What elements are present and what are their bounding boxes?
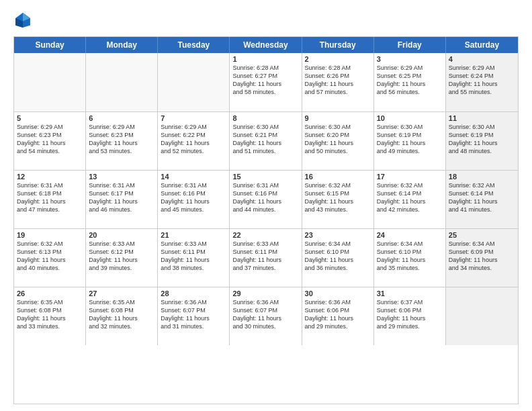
day-number: 8	[232, 114, 298, 122]
day-number: 10	[377, 114, 443, 122]
day-cell-17: 17Sunrise: 6:32 AMSunset: 6:14 PMDayligh…	[374, 171, 446, 228]
cell-info: Sunrise: 6:28 AMSunset: 6:27 PMDaylight:…	[232, 64, 298, 97]
cell-info: Sunrise: 6:29 AMSunset: 6:22 PMDaylight:…	[161, 123, 226, 156]
calendar-row-1: 5Sunrise: 6:29 AMSunset: 6:23 PMDaylight…	[14, 111, 518, 170]
day-number: 18	[449, 173, 515, 181]
cell-info: Sunrise: 6:33 AMSunset: 6:11 PMDaylight:…	[161, 240, 226, 273]
day-cell-19: 19Sunrise: 6:32 AMSunset: 6:13 PMDayligh…	[14, 229, 86, 287]
cell-info: Sunrise: 6:32 AMSunset: 6:14 PMDaylight:…	[449, 181, 515, 214]
day-number: 4	[449, 55, 515, 63]
day-number: 31	[377, 289, 443, 298]
day-cell-23: 23Sunrise: 6:34 AMSunset: 6:10 PMDayligh…	[302, 229, 374, 287]
day-number: 28	[161, 289, 226, 298]
day-number: 12	[17, 173, 83, 181]
day-number: 17	[377, 173, 443, 181]
calendar: SundayMondayTuesdayWednesdayThursdayFrid…	[13, 36, 519, 404]
day-number: 15	[232, 173, 298, 181]
day-number: 1	[232, 55, 298, 63]
cell-info: Sunrise: 6:31 AMSunset: 6:18 PMDaylight:…	[17, 181, 83, 214]
day-cell-30: 30Sunrise: 6:36 AMSunset: 6:06 PMDayligh…	[302, 287, 374, 345]
day-cell-9: 9Sunrise: 6:30 AMSunset: 6:20 PMDaylight…	[302, 112, 374, 170]
calendar-row-0: 1Sunrise: 6:28 AMSunset: 6:27 PMDaylight…	[14, 53, 518, 111]
day-cell-empty-0-2	[158, 53, 230, 111]
cell-info: Sunrise: 6:32 AMSunset: 6:14 PMDaylight:…	[377, 181, 443, 214]
day-cell-18: 18Sunrise: 6:32 AMSunset: 6:14 PMDayligh…	[446, 171, 518, 228]
day-cell-7: 7Sunrise: 6:29 AMSunset: 6:22 PMDaylight…	[158, 112, 230, 170]
day-cell-3: 3Sunrise: 6:29 AMSunset: 6:25 PMDaylight…	[374, 53, 446, 111]
day-cell-5: 5Sunrise: 6:29 AMSunset: 6:23 PMDaylight…	[14, 112, 86, 170]
calendar-body: 1Sunrise: 6:28 AMSunset: 6:27 PMDaylight…	[14, 53, 518, 404]
day-cell-15: 15Sunrise: 6:31 AMSunset: 6:16 PMDayligh…	[230, 171, 302, 228]
day-cell-2: 2Sunrise: 6:28 AMSunset: 6:26 PMDaylight…	[302, 53, 374, 111]
day-cell-empty-0-1	[86, 53, 158, 111]
day-cell-20: 20Sunrise: 6:33 AMSunset: 6:12 PMDayligh…	[86, 229, 158, 287]
cell-info: Sunrise: 6:28 AMSunset: 6:26 PMDaylight:…	[305, 64, 371, 97]
day-number: 19	[17, 231, 83, 239]
cell-info: Sunrise: 6:34 AMSunset: 6:10 PMDaylight:…	[377, 240, 443, 273]
day-cell-8: 8Sunrise: 6:30 AMSunset: 6:21 PMDaylight…	[230, 112, 302, 170]
cell-info: Sunrise: 6:30 AMSunset: 6:21 PMDaylight:…	[232, 123, 298, 156]
day-number: 3	[377, 55, 443, 63]
day-cell-25: 25Sunrise: 6:34 AMSunset: 6:09 PMDayligh…	[446, 229, 518, 287]
calendar-row-2: 12Sunrise: 6:31 AMSunset: 6:18 PMDayligh…	[14, 170, 518, 228]
day-number: 6	[89, 114, 154, 122]
day-number: 2	[305, 55, 371, 63]
weekday-header-tuesday: Tuesday	[158, 37, 230, 53]
day-number: 14	[161, 173, 226, 181]
day-number: 27	[89, 289, 154, 298]
weekday-header-saturday: Saturday	[446, 37, 518, 53]
day-cell-16: 16Sunrise: 6:32 AMSunset: 6:15 PMDayligh…	[302, 171, 374, 228]
day-number: 9	[305, 114, 371, 122]
day-cell-12: 12Sunrise: 6:31 AMSunset: 6:18 PMDayligh…	[14, 171, 86, 228]
day-number: 21	[161, 231, 226, 239]
day-cell-27: 27Sunrise: 6:35 AMSunset: 6:08 PMDayligh…	[86, 287, 158, 345]
day-number: 7	[161, 114, 226, 122]
day-number: 20	[89, 231, 154, 239]
cell-info: Sunrise: 6:29 AMSunset: 6:24 PMDaylight:…	[449, 64, 515, 97]
day-number: 29	[232, 289, 298, 298]
cell-info: Sunrise: 6:31 AMSunset: 6:17 PMDaylight:…	[89, 181, 154, 214]
cell-info: Sunrise: 6:29 AMSunset: 6:23 PMDaylight:…	[17, 123, 83, 156]
day-number: 16	[305, 173, 371, 181]
cell-info: Sunrise: 6:31 AMSunset: 6:16 PMDaylight:…	[161, 181, 226, 214]
cell-info: Sunrise: 6:32 AMSunset: 6:15 PMDaylight:…	[305, 181, 371, 214]
day-cell-26: 26Sunrise: 6:35 AMSunset: 6:08 PMDayligh…	[14, 287, 86, 345]
cell-info: Sunrise: 6:30 AMSunset: 6:19 PMDaylight:…	[449, 123, 515, 156]
cell-info: Sunrise: 6:32 AMSunset: 6:13 PMDaylight:…	[17, 240, 83, 273]
day-cell-31: 31Sunrise: 6:37 AMSunset: 6:06 PMDayligh…	[374, 287, 446, 345]
day-number: 23	[305, 231, 371, 239]
cell-info: Sunrise: 6:34 AMSunset: 6:10 PMDaylight:…	[305, 240, 371, 273]
cell-info: Sunrise: 6:36 AMSunset: 6:07 PMDaylight:…	[232, 298, 298, 331]
day-number: 13	[89, 173, 154, 181]
cell-info: Sunrise: 6:34 AMSunset: 6:09 PMDaylight:…	[449, 240, 515, 273]
cell-info: Sunrise: 6:35 AMSunset: 6:08 PMDaylight:…	[89, 298, 154, 331]
page: SundayMondayTuesdayWednesdayThursdayFrid…	[0, 0, 532, 411]
cell-info: Sunrise: 6:31 AMSunset: 6:16 PMDaylight:…	[232, 181, 298, 214]
day-cell-28: 28Sunrise: 6:36 AMSunset: 6:07 PMDayligh…	[158, 287, 230, 345]
day-cell-29: 29Sunrise: 6:36 AMSunset: 6:07 PMDayligh…	[230, 287, 302, 345]
day-cell-empty-4-6	[446, 287, 518, 345]
cell-info: Sunrise: 6:36 AMSunset: 6:06 PMDaylight:…	[305, 298, 371, 331]
logo-icon	[13, 11, 32, 30]
day-cell-1: 1Sunrise: 6:28 AMSunset: 6:27 PMDaylight…	[230, 53, 302, 111]
cell-info: Sunrise: 6:29 AMSunset: 6:25 PMDaylight:…	[377, 64, 443, 97]
calendar-row-3: 19Sunrise: 6:32 AMSunset: 6:13 PMDayligh…	[14, 228, 518, 287]
weekday-header-friday: Friday	[374, 37, 446, 53]
cell-info: Sunrise: 6:36 AMSunset: 6:07 PMDaylight:…	[161, 298, 226, 331]
logo	[13, 11, 35, 30]
day-number: 5	[17, 114, 83, 122]
cell-info: Sunrise: 6:33 AMSunset: 6:12 PMDaylight:…	[89, 240, 154, 273]
day-number: 22	[232, 231, 298, 239]
day-cell-4: 4Sunrise: 6:29 AMSunset: 6:24 PMDaylight…	[446, 53, 518, 111]
weekday-header-sunday: Sunday	[14, 37, 86, 53]
day-cell-21: 21Sunrise: 6:33 AMSunset: 6:11 PMDayligh…	[158, 229, 230, 287]
cell-info: Sunrise: 6:29 AMSunset: 6:23 PMDaylight:…	[89, 123, 154, 156]
weekday-header-thursday: Thursday	[302, 37, 374, 53]
weekday-header-wednesday: Wednesday	[230, 37, 302, 53]
day-cell-empty-0-0	[14, 53, 86, 111]
cell-info: Sunrise: 6:35 AMSunset: 6:08 PMDaylight:…	[17, 298, 83, 331]
cell-info: Sunrise: 6:37 AMSunset: 6:06 PMDaylight:…	[377, 298, 443, 331]
day-cell-6: 6Sunrise: 6:29 AMSunset: 6:23 PMDaylight…	[86, 112, 158, 170]
day-cell-13: 13Sunrise: 6:31 AMSunset: 6:17 PMDayligh…	[86, 171, 158, 228]
weekday-header-monday: Monday	[86, 37, 158, 53]
